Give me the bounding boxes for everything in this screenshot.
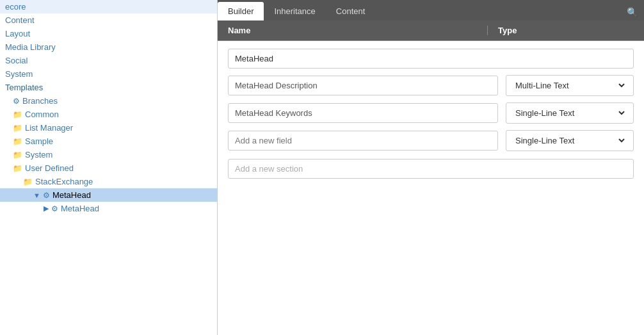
sidebar-item-content[interactable]: Content	[0, 13, 217, 27]
tabs-bar: Builder Inheritance Content 🔍	[218, 0, 644, 20]
sidebar-item-list-manager[interactable]: 📁List Manager	[0, 121, 217, 135]
field-type-select-description[interactable]: Multi-Line Text Single-Line Text	[513, 80, 627, 91]
main-content: Builder Inheritance Content 🔍 Name Type …	[218, 0, 644, 335]
builder-panel: Name Type MetaHead Multi-Line Text Singl…	[218, 20, 644, 335]
branch-icon: ⚙	[13, 97, 20, 106]
field-row-description: Multi-Line Text Single-Line Text	[228, 75, 634, 96]
add-section[interactable]: Add a new section	[228, 159, 634, 179]
field-type-new[interactable]: Single-Line Text Multi-Line Text	[506, 130, 634, 151]
folder-icon: 📁	[23, 177, 33, 186]
column-header-extra	[621, 26, 634, 35]
sidebar-item-metahead-parent[interactable]: ▼ ⚙MetaHead	[0, 188, 217, 202]
section-title[interactable]: MetaHead	[228, 49, 634, 69]
sidebar-item-ecore[interactable]: ecore	[0, 0, 217, 13]
field-row-keywords: Single-Line Text Multi-Line Text	[228, 102, 634, 124]
sidebar-item-branches[interactable]: ⚙Branches	[0, 94, 217, 108]
sidebar-item-media-library[interactable]: Media Library	[0, 40, 217, 54]
search-button[interactable]: 🔍	[620, 4, 644, 20]
template-icon: ⚙	[43, 191, 50, 200]
field-name-keywords[interactable]	[228, 103, 498, 123]
folder-icon: 📁	[13, 124, 22, 133]
field-type-select-keywords[interactable]: Single-Line Text Multi-Line Text	[513, 108, 627, 118]
tab-inheritance[interactable]: Inheritance	[264, 2, 325, 20]
field-type-description[interactable]: Multi-Line Text Single-Line Text	[506, 75, 634, 96]
field-type-select-new[interactable]: Single-Line Text Multi-Line Text	[513, 135, 627, 146]
tab-builder[interactable]: Builder	[218, 2, 264, 20]
field-type-keywords[interactable]: Single-Line Text Multi-Line Text	[506, 102, 634, 124]
tab-content[interactable]: Content	[326, 2, 376, 20]
folder-icon: 📁	[13, 164, 22, 173]
sidebar-item-social[interactable]: Social	[0, 54, 217, 67]
template-icon-child: ⚙	[51, 204, 58, 213]
header-divider	[487, 26, 488, 35]
expand-icon-child: ▶	[44, 204, 49, 213]
sidebar-item-layout[interactable]: Layout	[0, 27, 217, 40]
folder-icon: 📁	[13, 110, 22, 119]
column-header-name: Name	[228, 26, 482, 35]
builder-header: Name Type	[218, 20, 644, 41]
sidebar-item-system-bottom[interactable]: 📁System	[0, 148, 217, 161]
field-name-description[interactable]	[228, 76, 498, 95]
folder-icon: 📁	[13, 151, 22, 159]
expand-icon: ▼	[33, 192, 40, 199]
column-header-type: Type	[493, 26, 621, 35]
sidebar-item-metahead-child[interactable]: ▶ ⚙MetaHead	[0, 202, 217, 215]
field-name-new[interactable]	[228, 131, 498, 151]
field-row-new: Single-Line Text Multi-Line Text	[228, 130, 634, 151]
sidebar-item-sample[interactable]: 📁Sample	[0, 135, 217, 148]
sidebar-item-templates[interactable]: Templates	[0, 81, 217, 94]
sidebar: ecore Content Layout Media Library Socia…	[0, 0, 218, 335]
sidebar-item-common[interactable]: 📁Common	[0, 108, 217, 121]
sidebar-item-user-defined[interactable]: 📁User Defined	[0, 161, 217, 175]
sidebar-item-system-top[interactable]: System	[0, 67, 217, 81]
sidebar-item-stackexchange[interactable]: 📁StackExchange	[0, 175, 217, 188]
section-metahead: MetaHead Multi-Line Text Single-Line Tex…	[228, 49, 634, 151]
folder-icon: 📁	[13, 137, 22, 146]
